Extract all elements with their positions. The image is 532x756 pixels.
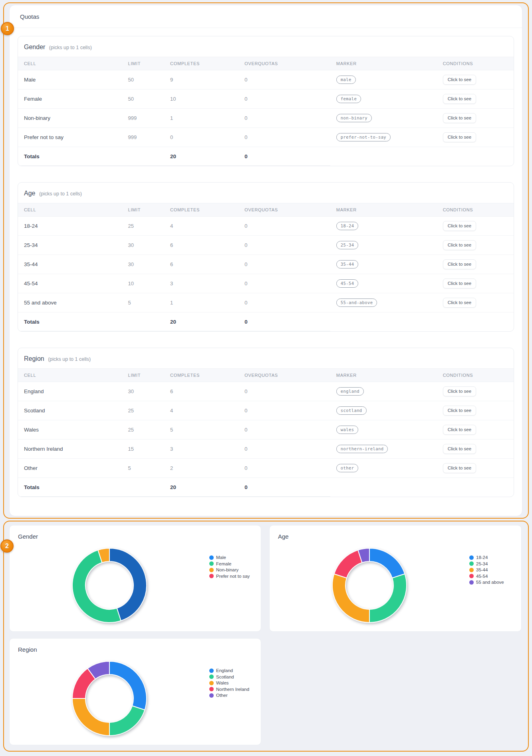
legend-item: Scotland	[209, 674, 249, 679]
completes-value: 3	[164, 281, 238, 286]
legend-item: Non-binary	[209, 567, 250, 572]
table-row: England3060englandClick to see	[18, 382, 514, 401]
click-to-see-button[interactable]: Click to see	[443, 221, 476, 231]
legend-label: 35-44	[476, 567, 488, 572]
marker-pill: other	[336, 464, 359, 472]
table-head-row: CELLLIMITCOMPLETESOVERQUOTASMARKERCONDIT…	[18, 368, 514, 382]
click-to-see-button[interactable]: Click to see	[443, 463, 476, 473]
chart-title: Region	[10, 639, 261, 653]
cell-value: Female	[18, 96, 122, 102]
legend-label: Northern Ireland	[216, 687, 249, 692]
cell-value: 35-44	[18, 261, 122, 267]
legend-dot	[469, 574, 474, 578]
table-body: Male5090maleClick to seeFemale50100femal…	[18, 70, 514, 166]
click-to-see-button[interactable]: Click to see	[443, 279, 476, 288]
legend-dot	[209, 555, 214, 560]
column-header: CONDITIONS	[437, 57, 514, 70]
conditions-cell: Click to see	[437, 463, 514, 473]
legend-item: Male	[209, 555, 250, 560]
donut-slice	[109, 661, 147, 710]
overquotas-value: 0	[238, 446, 330, 452]
click-to-see-button[interactable]: Click to see	[443, 75, 476, 85]
table-row: Prefer not to say99900prefer-not-to-sayC…	[18, 128, 514, 147]
donut-slot	[10, 540, 209, 631]
click-to-see-button[interactable]: Click to see	[443, 386, 476, 396]
marker-pill: england	[336, 387, 364, 396]
table-head-row: CELLLIMITCOMPLETESOVERQUOTASMARKERCONDIT…	[18, 203, 514, 217]
quota-table-card: Gender (picks up to 1 cells) CELLLIMITCO…	[18, 36, 514, 166]
limit-value: 30	[122, 242, 164, 248]
totals-overquotas: 0	[238, 153, 330, 159]
marker-cell: 45-54	[330, 279, 437, 288]
marker-cell: northern-ireland	[330, 445, 437, 453]
legend-dot	[209, 681, 214, 685]
table-row: Male5090maleClick to see	[18, 70, 514, 90]
table-row: 18-24254018-24Click to see	[18, 217, 514, 236]
legend-label: 25-34	[476, 561, 488, 566]
click-to-see-button[interactable]: Click to see	[443, 425, 476, 435]
totals-label: Totals	[18, 484, 122, 490]
legend-label: Other	[216, 693, 228, 698]
overquotas-value: 0	[238, 223, 330, 229]
click-to-see-button[interactable]: Click to see	[443, 259, 476, 269]
click-to-see-button[interactable]: Click to see	[443, 113, 476, 123]
column-header: CONDITIONS	[437, 369, 514, 382]
completes-value: 6	[164, 388, 238, 394]
donut-chart	[332, 547, 407, 623]
click-to-see-button[interactable]: Click to see	[443, 240, 476, 250]
conditions-cell: Click to see	[437, 132, 514, 142]
quotas-panel-header: Quotas	[10, 5, 522, 28]
completes-value: 4	[164, 223, 238, 229]
marker-pill: 45-54	[336, 279, 359, 288]
conditions-cell: Click to see	[437, 279, 514, 288]
totals-overquotas: 0	[238, 484, 330, 490]
legend-dot	[469, 555, 474, 560]
marker-pill: 35-44	[336, 260, 359, 269]
legend-dot	[209, 568, 214, 572]
click-to-see-button[interactable]: Click to see	[443, 94, 476, 104]
marker-pill: wales	[336, 426, 359, 434]
conditions-cell: Click to see	[437, 425, 514, 435]
donut-slice	[369, 574, 407, 623]
completes-value: 5	[164, 427, 238, 433]
column-header: CONDITIONS	[437, 203, 514, 216]
table-row: Other520otherClick to see	[18, 459, 514, 478]
column-header: LIMIT	[122, 57, 164, 70]
legend-item: England	[209, 668, 249, 673]
table-row: Non-binary99910non-binaryClick to see	[18, 109, 514, 128]
legend-dot	[209, 668, 214, 673]
click-to-see-button[interactable]: Click to see	[443, 406, 476, 416]
marker-cell: non-binary	[330, 114, 437, 122]
totals-label: Totals	[18, 319, 122, 325]
table-row: 35-44306035-44Click to see	[18, 255, 514, 274]
overquotas-value: 0	[238, 300, 330, 306]
annotation-badge-2: 2	[0, 539, 14, 553]
conditions-cell: Click to see	[437, 406, 514, 416]
marker-pill: scotland	[336, 406, 367, 415]
totals-row: Totals200	[18, 478, 514, 497]
click-to-see-button[interactable]: Click to see	[443, 444, 476, 454]
overquotas-value: 0	[238, 96, 330, 102]
donut-chart	[71, 661, 147, 736]
quota-table-header: Gender (picks up to 1 cells)	[18, 36, 514, 57]
overquotas-value: 0	[238, 115, 330, 121]
cell-value: Wales	[18, 427, 122, 433]
limit-value: 999	[122, 115, 164, 121]
annotation-box-1: Quotas Gender (picks up to 1 cells) CELL…	[3, 2, 529, 519]
donut-slot	[270, 540, 469, 631]
column-header: COMPLETES	[164, 57, 238, 70]
legend-dot	[469, 561, 474, 566]
completes-value: 9	[164, 77, 238, 83]
click-to-see-button[interactable]: Click to see	[443, 132, 476, 142]
quota-table-note: (picks up to 1 cells)	[49, 45, 92, 50]
column-header: MARKER	[330, 203, 437, 216]
legend-item: 18-24	[469, 555, 504, 560]
limit-value: 5	[122, 300, 164, 306]
charts-grid: Gender MaleFemaleNon-binaryPrefer not to…	[9, 525, 522, 745]
conditions-cell: Click to see	[437, 221, 514, 231]
conditions-cell: Click to see	[437, 259, 514, 269]
column-header: COMPLETES	[164, 369, 238, 382]
completes-value: 2	[164, 465, 238, 471]
click-to-see-button[interactable]: Click to see	[443, 298, 476, 308]
column-header: LIMIT	[122, 369, 164, 382]
